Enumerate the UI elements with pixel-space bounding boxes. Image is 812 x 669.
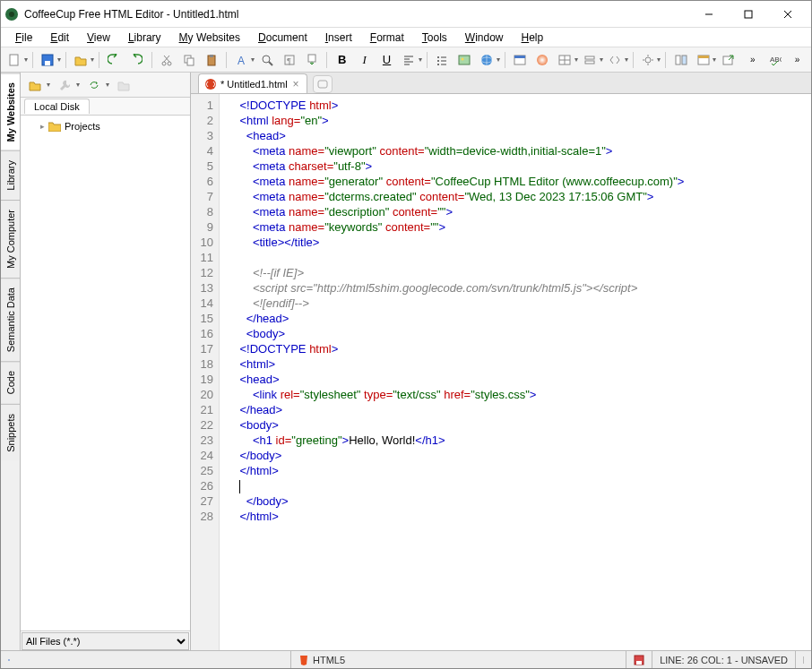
svg-rect-45 [585,61,594,64]
file-tree[interactable]: ▸ Projects [21,116,190,630]
refresh-button[interactable] [83,75,105,95]
svg-point-57 [205,79,216,90]
app-icon [4,7,19,21]
new-folder-button[interactable] [113,75,134,95]
folder-up-button[interactable] [24,75,46,95]
align-button[interactable] [399,50,419,70]
maximize-button[interactable] [729,2,768,27]
form-button[interactable] [580,50,600,70]
cut-button[interactable] [157,50,177,70]
tree-item-label: Projects [65,121,100,132]
titlebar: CoffeeCup Free HTML Editor - Untitled1.h… [1,1,811,28]
link-button[interactable] [477,50,497,70]
find-button[interactable] [256,50,277,70]
svg-rect-51 [676,56,680,64]
menu-insert[interactable]: Insert [318,30,359,46]
close-button[interactable] [768,2,808,27]
status-start-icon[interactable] [1,651,17,668]
statusbar: HTML5 LINE: 26 COL: 1 - UNSAVED [1,650,811,668]
svg-point-10 [168,62,171,65]
underline-button[interactable]: U [376,50,397,70]
overflow2-button[interactable]: » [787,50,808,70]
external-button[interactable] [718,50,739,70]
menubar: FileEditViewLibraryMy WebsitesDocumentIn… [1,28,811,47]
image-button[interactable] [454,50,475,70]
settings-button[interactable] [637,50,658,70]
svg-rect-39 [514,56,525,58]
browser-button[interactable] [693,50,713,70]
side-panel: ▾ ▾ ▾ Local Disk ▸ Projects All Files (*… [21,73,191,650]
plus-icon [317,80,328,89]
table-button[interactable] [555,50,575,70]
copy-button[interactable] [179,50,200,70]
menu-tools[interactable]: Tools [415,30,454,46]
filter-select[interactable]: All Files (*.*) [22,632,189,650]
download-button[interactable] [301,50,322,70]
side-panel-tabbar: Local Disk [21,98,190,116]
new-tab-button[interactable] [313,75,333,93]
tree-item[interactable]: ▸ Projects [24,119,186,133]
side-panel-toolbar: ▾ ▾ ▾ [21,73,190,98]
menu-document[interactable]: Document [251,30,315,46]
sidetab-snippets[interactable]: Snippets [1,404,20,461]
sidetab-my-websites[interactable]: My Websites [1,73,20,150]
menu-edit[interactable]: Edit [43,30,76,46]
menu-view[interactable]: View [80,30,117,46]
status-end-icon[interactable] [795,651,811,668]
svg-point-31 [437,64,439,65]
svg-rect-52 [682,56,687,64]
script-button[interactable] [605,50,626,70]
minimize-button[interactable] [689,2,729,27]
svg-rect-22 [308,55,315,62]
svg-point-9 [162,62,166,65]
local-disk-tab[interactable]: Local Disk [24,99,90,114]
svg-point-18 [263,56,270,63]
menu-format[interactable]: Format [363,30,411,46]
window-title: CoffeeCup Free HTML Editor - Untitled1.h… [24,8,689,21]
undo-button[interactable] [104,50,125,70]
svg-text:ABC: ABC [770,56,782,64]
html-icon [204,78,217,90]
tools-button[interactable] [54,75,75,95]
menu-window[interactable]: Window [458,30,511,46]
sidetab-code[interactable]: Code [1,361,20,403]
sidetab-semantic-data[interactable]: Semantic Data [1,278,20,361]
overflow-button[interactable]: » [742,50,763,70]
preview-button[interactable] [510,50,531,70]
svg-rect-44 [585,56,594,59]
svg-rect-14 [187,58,194,65]
svg-point-1 [9,12,14,17]
folder-icon [48,121,61,132]
tab-close-icon[interactable]: × [291,78,301,90]
svg-line-19 [269,62,272,65]
sidetab-library[interactable]: Library [1,150,20,200]
redo-button[interactable] [126,50,147,70]
status-save-icon[interactable] [626,651,652,668]
save-button[interactable] [38,50,58,70]
font-button[interactable]: A [231,50,252,70]
paste-button[interactable] [201,50,221,70]
menu-library[interactable]: Library [121,30,168,46]
file-filter: All Files (*.*) [21,630,190,650]
status-lang[interactable]: HTML5 [290,651,352,668]
split-button[interactable] [670,50,691,70]
color-button[interactable] [532,50,553,70]
svg-point-40 [537,55,548,65]
sidetab-my-computer[interactable]: My Computer [1,200,20,278]
svg-rect-3 [745,11,752,18]
file-tab[interactable]: * Untitled1.html × [198,73,307,93]
bold-button[interactable]: B [332,50,352,70]
svg-rect-6 [10,55,18,65]
italic-button[interactable]: I [354,50,375,70]
code-editor[interactable]: <!DOCTYPE html> <html lang="en"> <head> … [220,94,811,650]
new-button[interactable] [4,50,25,70]
tab-bar: * Untitled1.html × [191,73,811,94]
list-button[interactable] [432,50,453,70]
menu-help[interactable]: Help [514,30,551,46]
replace-button[interactable]: ¶ [279,50,299,70]
svg-point-27 [437,56,439,58]
menu-file[interactable]: File [8,30,39,46]
open-button[interactable] [71,50,91,70]
menu-my-websites[interactable]: My Websites [172,30,247,46]
spellcheck-button[interactable]: ABC [764,50,785,70]
